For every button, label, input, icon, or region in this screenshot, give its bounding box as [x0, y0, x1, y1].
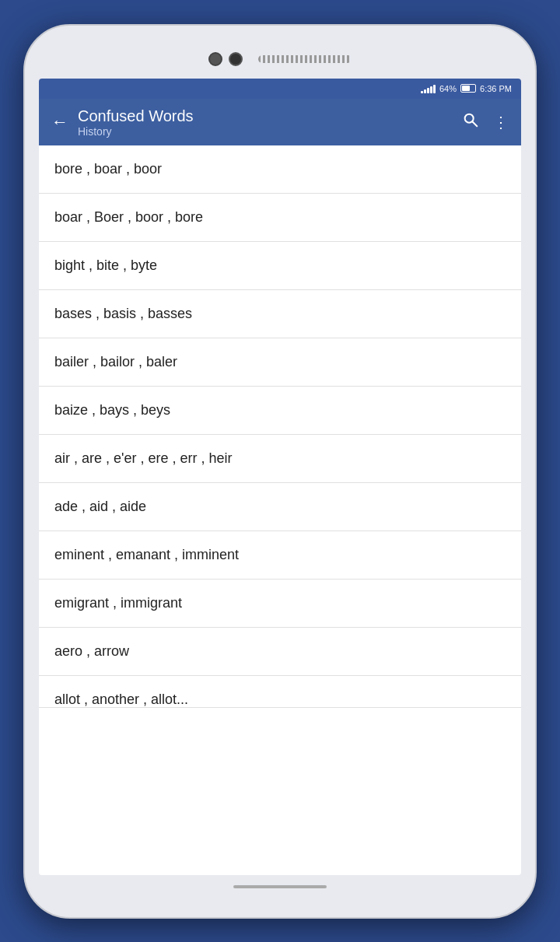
word-group-text: emigrant , immigrant [54, 595, 182, 611]
app-title: Confused Words [78, 107, 453, 125]
list-item[interactable]: air , are , e'er , ere , err , heir [39, 435, 521, 483]
list-item[interactable]: baize , bays , beys [39, 387, 521, 435]
signal-icon [421, 84, 436, 93]
list-item-partial[interactable]: allot , another , allot... [39, 676, 521, 708]
speaker-grille [258, 55, 352, 63]
app-bar: ← Confused Words History ⋮ [39, 99, 521, 145]
back-button[interactable]: ← [51, 112, 68, 132]
word-group-text: aero , arrow [54, 643, 129, 659]
word-group-text: bailer , bailor , baler [54, 354, 177, 369]
list-item[interactable]: eminent , emanant , imminent [39, 531, 521, 580]
list-item[interactable]: boar , Boer , boor , bore [39, 194, 521, 242]
status-bar: 64% 6:36 PM [39, 79, 521, 99]
list-item[interactable]: bailer , bailor , baler [39, 338, 521, 387]
phone-shell: 64% 6:36 PM ← Confused Words History [23, 24, 537, 919]
word-group-text: ade , aid , aide [54, 499, 146, 514]
list-item[interactable]: aero , arrow [39, 628, 521, 676]
status-icons: 64% 6:36 PM [421, 84, 512, 93]
phone-screen: 64% 6:36 PM ← Confused Words History [39, 79, 521, 875]
clock: 6:36 PM [480, 84, 512, 93]
battery-icon [460, 84, 476, 93]
word-group-text: bases , basis , basses [54, 306, 192, 321]
app-bar-title-area: Confused Words History [78, 107, 453, 138]
word-group-text: bore , boar , boor [54, 161, 162, 177]
list-item[interactable]: emigrant , immigrant [39, 580, 521, 628]
app-subtitle: History [78, 125, 453, 138]
word-group-text: bight , bite , byte [54, 257, 157, 273]
list-item[interactable]: bases , basis , basses [39, 290, 521, 338]
list-item[interactable]: bore , boar , boor [39, 145, 521, 194]
battery-percent: 64% [439, 84, 457, 93]
svg-point-0 [465, 114, 474, 123]
word-group-text: air , are , e'er , ere , err , heir [54, 450, 233, 466]
word-group-text: boar , Boer , boor , bore [54, 209, 203, 225]
search-button[interactable] [462, 111, 479, 132]
svg-line-1 [473, 122, 478, 127]
more-options-button[interactable]: ⋮ [493, 113, 509, 131]
phone-bottom-bar [39, 875, 521, 898]
word-group-text: baize , bays , beys [54, 402, 170, 418]
home-indicator [233, 885, 327, 888]
word-group-text: eminent , emanant , imminent [54, 547, 239, 562]
word-group-text: allot , another , allot... [54, 692, 188, 707]
word-list[interactable]: bore , boar , boor boar , Boer , boor , … [39, 145, 521, 875]
phone-top-bar [39, 40, 521, 79]
app-bar-actions: ⋮ [462, 111, 509, 132]
camera-lens [229, 52, 243, 66]
camera-dot [208, 52, 222, 66]
camera-area [208, 52, 352, 66]
list-item[interactable]: ade , aid , aide [39, 483, 521, 531]
list-item[interactable]: bight , bite , byte [39, 242, 521, 290]
